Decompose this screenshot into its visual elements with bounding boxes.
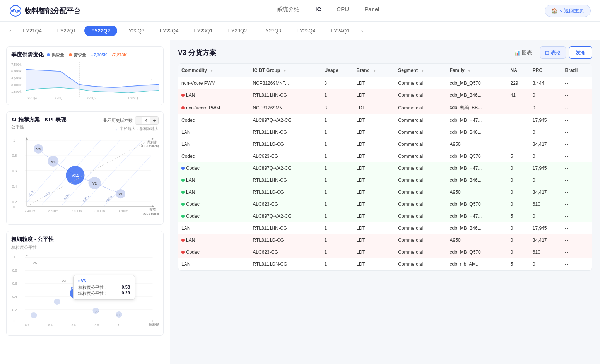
kpi-fairness-label: 公平性: [11, 124, 66, 130]
history-increment[interactable]: +: [150, 117, 158, 124]
svg-text:1: 1: [13, 138, 15, 142]
cell-family: A950: [447, 186, 508, 198]
svg-text:FY22Q: FY22Q: [128, 96, 138, 100]
cell-family: cdb_MB_H47...: [447, 114, 508, 126]
cell-prc: 17,945: [530, 114, 562, 126]
tab-ic[interactable]: IC: [315, 6, 321, 15]
quarter-tab-fy23q4[interactable]: FY23Q4: [290, 26, 322, 36]
fairness-bubble-v4[interactable]: [54, 299, 60, 305]
cell-brazil: --: [562, 222, 592, 234]
cell-family: cdb_MB_B46...: [447, 126, 508, 138]
cell-commodity: LAN: [178, 186, 250, 198]
cell-segment: Commercial: [395, 210, 446, 222]
cell-prc: 0: [530, 174, 562, 186]
fairness-tooltip: • V3 粗粒度公平性： 0.58 细粒度公平性： 0.29: [73, 275, 135, 300]
tooltip-row-coarse: 粗粒度公平性： 0.58: [78, 285, 130, 291]
cell-commodity: LAN: [178, 234, 250, 246]
publish-button[interactable]: 发布: [569, 46, 592, 59]
cell-brand: LDT: [353, 101, 395, 114]
cell-usage: 3: [321, 101, 354, 114]
cell-brazil: --: [562, 138, 592, 150]
cell-ic-dt-group: RTL8111G-CG: [250, 234, 321, 246]
history-decrement[interactable]: -: [135, 117, 142, 124]
tab-panel[interactable]: Panel: [364, 6, 379, 15]
svg-line-50: [27, 138, 153, 206]
quarter-tab-fy22q2[interactable]: FY22Q2: [84, 26, 117, 36]
quarter-tab-fy22q1[interactable]: FY22Q1: [50, 26, 83, 36]
cell-commodity: Codec: [178, 210, 250, 222]
table-row: Codec ALC897Q-VA2-CG 1 LDT Commercial cd…: [178, 210, 592, 222]
cell-brazil: --: [562, 186, 592, 198]
table-row: Codec ALC623-CG 1 LDT Commercial cdb_MB_…: [178, 246, 592, 258]
cell-segment: Commercial: [395, 186, 446, 198]
supply-chart-svg: 7,500k 6,000k 4,500k 3,000k 1,500k FY21Q…: [11, 62, 159, 100]
svg-text:2,600m: 2,600m: [48, 209, 58, 213]
col-na: NA: [508, 64, 530, 77]
cell-prc: 0: [530, 210, 562, 222]
fairness-subtitle: 粗粒度公平性: [11, 244, 159, 250]
cell-prc: 34,417: [530, 234, 562, 246]
col-brand: Brand ▼: [353, 64, 395, 77]
table-header-row: V3 分货方案 📊 图表 ⊞ 表格 发布: [178, 46, 592, 59]
svg-text:1: 1: [118, 323, 120, 327]
quarter-tab-fy21q4[interactable]: FY21Q4: [16, 26, 48, 36]
cell-segment: Commercial: [395, 162, 446, 174]
cell-na: 5: [508, 258, 530, 270]
table-header: Commodity ▼ IC DT Group ▼ Usage Brand ▼ …: [178, 64, 592, 77]
cell-brazil: --: [562, 210, 592, 222]
cell-na: 229: [508, 77, 530, 89]
cell-commodity: LAN: [178, 138, 250, 150]
cell-brand: LDT: [353, 198, 395, 210]
cell-brand: LDT: [353, 150, 395, 162]
quarter-tab-fy24q1[interactable]: FY24Q1: [324, 26, 356, 36]
status-dot-red: [181, 94, 185, 97]
tab-cpu[interactable]: CPU: [337, 6, 349, 15]
quarter-tab-fy22q4[interactable]: FY22Q4: [153, 26, 185, 36]
fairness-bubble-v1[interactable]: [116, 311, 122, 318]
quarter-tab-fy22q3[interactable]: FY22Q3: [119, 26, 151, 36]
cell-ic-dt-group: RTL8111HN-CG: [250, 89, 321, 101]
table-row: Codec ALC897Q-VA2-CG 1 LDT Commercial cd…: [178, 162, 592, 174]
cell-ic-dt-group: RTL8111HN-CG: [250, 222, 321, 234]
chart-view-button[interactable]: 📊 图表: [509, 46, 537, 59]
svg-text:收益: 收益: [149, 208, 156, 212]
tooltip-row-fine: 细粒度公平性： 0.29: [78, 291, 130, 296]
demand-dot: [69, 53, 72, 56]
cell-commodity: Codec: [178, 198, 250, 210]
cell-ic-dt-group: ALC897Q-VA2-CG: [250, 162, 321, 174]
cell-na: 5: [508, 150, 530, 162]
cell-brand: LDT: [353, 174, 395, 186]
svg-text:FY21Q4: FY21Q4: [26, 96, 37, 100]
quarter-tab-fy23q3[interactable]: FY23Q3: [255, 26, 288, 36]
cell-ic-dt-group: RTL8111G-CG: [250, 138, 321, 150]
quarter-tab-fy23q2[interactable]: FY23Q2: [221, 26, 254, 36]
svg-text:329m: 329m: [28, 189, 36, 197]
cell-family: A950: [447, 234, 508, 246]
table-row: Codec ALC897Q-VA2-CG 1 LDT Commercial cd…: [178, 114, 592, 126]
cell-segment: Commercial: [395, 77, 446, 89]
history-count-control[interactable]: - 4 +: [135, 116, 159, 125]
table-view-button[interactable]: ⊞ 表格: [540, 46, 566, 59]
table-row: LAN RTL8111G-CG 1 LDT Commercial A950 0 …: [178, 234, 592, 246]
cell-na: [508, 126, 530, 138]
fairness-bubble-v5[interactable]: [31, 312, 37, 318]
cell-family: cdb_MB_B46...: [447, 222, 508, 234]
fairness-bubble-v2[interactable]: [93, 308, 99, 314]
cell-prc: 610: [530, 198, 562, 210]
quarter-next-arrow[interactable]: ›: [358, 27, 366, 34]
tab-intro[interactable]: 系统介绍: [277, 6, 300, 15]
supply-chart-area: 7,500k 6,000k 4,500k 3,000k 1,500k FY21Q…: [11, 62, 159, 100]
quarter-tab-fy23q1[interactable]: FY23Q1: [187, 26, 219, 36]
cell-commodity: LAN: [178, 222, 250, 234]
kpi-header: AI 推荐方案 - KPI 表现 公平性 显示历史版本数 - 4 +: [11, 116, 159, 132]
cell-usage: 1: [321, 138, 354, 150]
back-button[interactable]: 🏠 < 返回主页: [545, 5, 591, 17]
radio-icon: ⊙: [115, 127, 118, 131]
cell-commodity: LAN: [178, 174, 250, 186]
table-row: LAN RTL8111G-CG 1 LDT Commercial A950 0 …: [178, 186, 592, 198]
cell-brand: LDT: [353, 138, 395, 150]
svg-point-1: [11, 10, 14, 12]
quarter-prev-arrow[interactable]: ‹: [6, 27, 14, 34]
cell-usage: 1: [321, 246, 354, 258]
cell-brand: LDT: [353, 234, 395, 246]
